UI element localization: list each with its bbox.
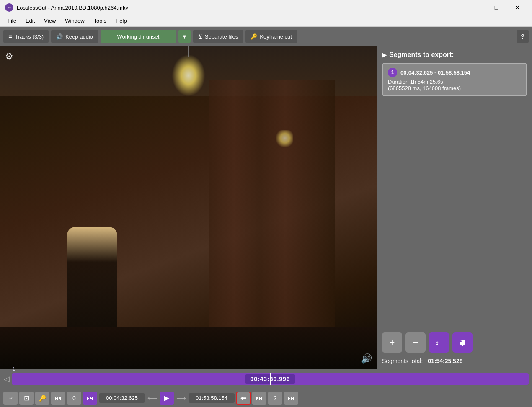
app-icon: ✂ [5, 3, 13, 12]
minimize-button[interactable]: — [466, 0, 485, 15]
wall-lamp [276, 130, 293, 147]
menu-edit[interactable]: Edit [21, 16, 39, 26]
segments-total-label: Segments total: [382, 358, 423, 364]
sort-icon: ↕ [434, 338, 444, 347]
timeline-track[interactable]: 1 00:43:30.996 [12, 373, 529, 385]
window-controls: — □ ✕ [466, 0, 527, 15]
svg-text:↕: ↕ [435, 339, 439, 347]
screenshot-button[interactable]: ⊡ [19, 392, 34, 405]
segments-total-time: 01:54:25.528 [428, 358, 462, 364]
timeline-area: ◁ 1 00:43:30.996 [0, 369, 532, 389]
main-content: ⚙ 🔊 ▶ Segments to export: 1 00:04:32.625… [0, 46, 532, 369]
remove-segment-button[interactable]: − [405, 332, 426, 353]
menubar: File Edit View Window Tools Help [0, 15, 532, 27]
chandelier [172, 54, 205, 96]
menu-help[interactable]: Help [111, 16, 131, 26]
timeline-cursor [270, 373, 271, 385]
separate-icon: ⊻ [198, 33, 202, 40]
segment-details: (6865528 ms, 164608 frames) [388, 85, 521, 91]
camera-icon: ⊡ [24, 394, 29, 402]
play-icon: ▶ [164, 394, 169, 402]
segment-header-row: 1 00:04:32.625 - 01:58:58.154 [388, 68, 521, 77]
arrow-left-icon: ⟵ [147, 394, 158, 402]
right-panel: ▶ Segments to export: 1 00:04:32.625 - 0… [377, 46, 532, 369]
menu-tools[interactable]: Tools [90, 16, 111, 26]
prev-cut-icon: ⏭ [87, 394, 93, 402]
arrow-right-icon: ⟶ [176, 394, 187, 402]
play-button[interactable]: ▶ [160, 392, 174, 405]
waveform-icon: ≋ [8, 395, 13, 401]
menu-file[interactable]: File [3, 16, 21, 26]
segment-number: 1 [388, 68, 397, 77]
scene-floor [0, 327, 377, 369]
skip-end-icon: ⏭ [288, 394, 294, 402]
segment-duration: Duration 1h 54m 25.6s [388, 79, 521, 85]
figure [67, 227, 117, 344]
segments-total: Segments total: 01:54:25.528 [382, 358, 527, 364]
maximize-button[interactable]: □ [487, 0, 506, 15]
video-frame [0, 46, 377, 369]
key-icon: 🔑 [251, 33, 257, 40]
titlebar: ✂ LosslessCut - Anna.2019.BD.1080p.h264.… [0, 0, 532, 15]
frame-back-button[interactable]: 0 [67, 392, 81, 405]
segments-header: ▶ Segments to export: [382, 51, 527, 59]
separate-files-button[interactable]: ⊻ Separate files [193, 30, 243, 43]
window-title: LosslessCut - Anna.2019.BD.1080p.h264.mk… [17, 5, 462, 11]
tracks-button[interactable]: ≡ Tracks (3/3) [3, 30, 49, 43]
waveform-button[interactable]: ≋ [3, 392, 18, 405]
keep-audio-button[interactable]: 🔊 Keep audio [51, 30, 98, 43]
volume-icon[interactable]: 🔊 [361, 353, 372, 364]
toolbar: ≡ Tracks (3/3) 🔊 Keep audio Working dir … [0, 27, 532, 46]
start-time-input[interactable] [99, 393, 145, 403]
skip-to-start-button[interactable]: ⏮ [51, 392, 65, 405]
frame-num-label: 2 [274, 395, 277, 402]
help-button[interactable]: ? [517, 30, 529, 43]
video-area: ⚙ 🔊 [0, 46, 377, 369]
set-end-icon: ⬅ [240, 394, 247, 403]
skip-to-end-button[interactable]: ⏭ [284, 392, 298, 405]
skip-start-icon: ⏮ [55, 394, 62, 402]
keyframe-cut-button[interactable]: 🔑 Keyframe cut [245, 30, 297, 43]
working-dir-dropdown[interactable]: ▼ [178, 30, 191, 43]
sort-segments-button[interactable]: ↕ [429, 332, 449, 353]
frame-num-button[interactable]: 2 [268, 392, 282, 405]
key-button[interactable]: 🔑 [35, 392, 49, 405]
segment-actions: + − ↕ [382, 328, 527, 353]
next-cut-icon: ⏭ [256, 394, 263, 402]
next-cut-button[interactable]: ⏭ [252, 392, 266, 405]
prev-cut-button[interactable]: ⏭ [83, 392, 97, 405]
controls-bar: ≋ ⊡ 🔑 ⏮ 0 ⏭ ⟵ ▶ ⟶ ⬅ ⏭ 2 ⏭ [0, 389, 532, 407]
timeline-segment-label: 1 [13, 366, 15, 371]
hamburger-icon: ≡ [8, 33, 12, 40]
keep-audio-label: Keep audio [65, 33, 93, 40]
help-label: ? [521, 33, 524, 40]
working-dir-label: Working dir unset [117, 33, 160, 40]
tag-icon [458, 338, 467, 347]
menu-window[interactable]: Window [61, 16, 88, 26]
timeline-left-indicator: ◁ [3, 373, 10, 385]
chevron-right-icon: ▶ [382, 52, 387, 58]
working-dir-button[interactable]: Working dir unset [101, 30, 176, 43]
key-icon-ctrl: 🔑 [39, 395, 46, 402]
add-segment-button[interactable]: + [382, 332, 402, 353]
menu-view[interactable]: View [40, 16, 60, 26]
segments-header-label: Segments to export: [389, 51, 454, 59]
tag-segment-button[interactable] [452, 332, 473, 353]
audio-icon: 🔊 [56, 33, 63, 40]
close-button[interactable]: ✕ [508, 0, 527, 15]
video-settings-icon[interactable]: ⚙ [5, 51, 18, 64]
separate-files-label: Separate files [205, 33, 238, 40]
segment-card: 1 00:04:32.625 - 01:58:58.154 Duration 1… [382, 63, 527, 96]
bookshelf [209, 80, 335, 344]
tracks-label: Tracks (3/3) [15, 33, 44, 40]
set-end-button[interactable]: ⬅ [236, 392, 251, 405]
end-time-input[interactable] [189, 393, 235, 403]
segment-time-range: 00:04:32.625 - 01:58:58.154 [400, 70, 470, 76]
keyframe-cut-label: Keyframe cut [260, 33, 292, 40]
frame-back-label: 0 [72, 395, 76, 402]
svg-point-2 [460, 340, 462, 342]
